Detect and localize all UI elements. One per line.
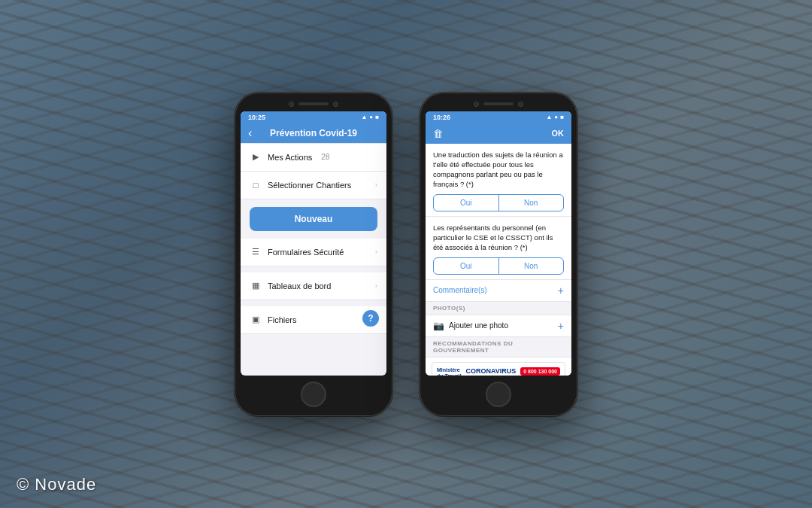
phone-2-ok-btn[interactable]: OK	[552, 129, 565, 138]
nouveau-button[interactable]: Nouveau	[250, 207, 377, 231]
add-photo-row[interactable]: 📷 Ajouter une photo +	[426, 315, 571, 337]
phone-1: 10:25 ▲ ● ■ ‹ Prévention Covid-19 ▶ Mes …	[235, 93, 392, 416]
menu-item-tableaux[interactable]: ▦ Tableaux de bord ›	[241, 272, 386, 300]
phones-wrapper: 10:25 ▲ ● ■ ‹ Prévention Covid-19 ▶ Mes …	[0, 0, 812, 508]
phone-2-speaker	[483, 102, 514, 105]
phone-1-title: Prévention Covid-19	[270, 128, 357, 138]
tableaux-label: Tableaux de bord	[268, 281, 331, 291]
covid-subtitle: CE QU'IL FAUT SAVOIR	[462, 375, 521, 376]
phone-1-menu: ▶ Mes Actions 28 □ Sélectionner Chantier…	[241, 143, 386, 334]
phone-1-top	[241, 102, 386, 107]
fichiers-label: Fichiers	[268, 315, 297, 324]
phone-1-back-btn[interactable]: ‹	[248, 126, 252, 140]
phone-1-camera2	[333, 102, 338, 107]
phone-2-status-icons: ▲ ● ■	[546, 114, 564, 120]
chantiers-label: Sélectionner Chantiers	[268, 181, 351, 190]
divider-2	[241, 300, 386, 306]
chart-icon: ▦	[250, 280, 262, 292]
phone-2-screen: 10:26 ▲ ● ■ 🗑 OK Une traduction des suje…	[426, 111, 571, 376]
question-1-options: Oui Non	[433, 194, 564, 211]
covid-card-header: Ministèredu Travail CORONAVIRUS CE QU'IL…	[437, 367, 560, 376]
menu-item-mes-actions[interactable]: ▶ Mes Actions 28	[241, 143, 386, 172]
q2-non-btn[interactable]: Non	[499, 258, 564, 274]
formulaires-chevron: ›	[375, 248, 377, 256]
q1-non-btn[interactable]: Non	[499, 195, 564, 211]
divider-1	[241, 266, 386, 272]
play-icon: ▶	[250, 151, 262, 163]
add-photo-label: Ajouter une photo	[449, 321, 508, 330]
phone-1-time: 10:25	[248, 114, 265, 121]
camera-icon: 📷	[433, 321, 444, 331]
phone-2-status-bar: 10:26 ▲ ● ■	[426, 111, 571, 123]
covid-phone-number: 0 800 130 000	[520, 367, 560, 376]
question-2-options: Oui Non	[433, 257, 564, 275]
phone-2-top	[426, 102, 571, 107]
q1-oui-btn[interactable]: Oui	[434, 195, 499, 211]
menu-item-chantiers[interactable]: □ Sélectionner Chantiers ›	[241, 172, 386, 199]
mes-actions-badge: 28	[321, 153, 329, 161]
phone-2-time: 10:26	[433, 114, 450, 121]
question-1: Une traduction des sujets de la réunion …	[426, 144, 571, 217]
chantiers-chevron: ›	[375, 181, 377, 189]
covid-title: CORONAVIRUS	[465, 367, 518, 375]
photos-section-header: PHOTO(S)	[426, 302, 571, 315]
covid-card: Ministèredu Travail CORONAVIRUS CE QU'IL…	[432, 362, 565, 376]
brand-label: © Novade	[17, 475, 96, 494]
commentaires-row[interactable]: Commentaire(s) +	[426, 280, 571, 302]
tableaux-chevron: ›	[375, 281, 377, 290]
phone-2: 10:26 ▲ ● ■ 🗑 OK Une traduction des suje…	[420, 93, 577, 416]
doc-icon: ☰	[250, 246, 262, 258]
files-icon: ▣	[250, 314, 262, 326]
phone-1-home-btn[interactable]	[301, 382, 326, 407]
question-2-text: Les représentants du personnel (en parti…	[433, 223, 564, 253]
reco-section-header: RECOMMANDATIONS DU GOUVERNEMENT	[426, 337, 571, 357]
question-2: Les représentants du personnel (en parti…	[426, 217, 571, 280]
phone-1-navbar: ‹ Prévention Covid-19	[241, 123, 386, 143]
question-1-text: Une traduction des sujets de la réunion …	[433, 150, 564, 190]
add-photo-plus-icon[interactable]: +	[558, 320, 564, 332]
phone-2-trash-btn[interactable]: 🗑	[433, 128, 443, 139]
formulaires-label: Formulaires Sécurité	[268, 248, 344, 257]
phone-1-screen: 10:25 ▲ ● ■ ‹ Prévention Covid-19 ▶ Mes …	[241, 111, 386, 376]
help-fab[interactable]: ?	[362, 310, 379, 327]
mes-actions-label: Mes Actions	[268, 153, 312, 162]
commentaires-plus-icon[interactable]: +	[558, 284, 564, 297]
phone-2-bottom	[426, 382, 571, 407]
folder-icon: □	[250, 179, 262, 191]
commentaires-label: Commentaire(s)	[433, 286, 487, 294]
phone-1-camera	[289, 102, 294, 107]
ministry-logo: Ministèredu Travail	[437, 367, 462, 376]
menu-item-formulaires[interactable]: ☰ Formulaires Sécurité ›	[241, 239, 386, 266]
phone-1-status-bar: 10:25 ▲ ● ■	[241, 111, 386, 123]
phone-1-speaker	[298, 102, 329, 105]
phone-2-home-btn[interactable]	[486, 382, 511, 407]
phone-2-camera2	[518, 102, 523, 107]
phone-2-content: Une traduction des sujets de la réunion …	[426, 144, 571, 376]
phone-2-camera	[474, 102, 479, 107]
phone-1-bottom	[241, 382, 386, 407]
phone-1-status-icons: ▲ ● ■	[361, 114, 379, 120]
phone-2-navbar: 🗑 OK	[426, 123, 571, 144]
q2-oui-btn[interactable]: Oui	[434, 258, 499, 274]
